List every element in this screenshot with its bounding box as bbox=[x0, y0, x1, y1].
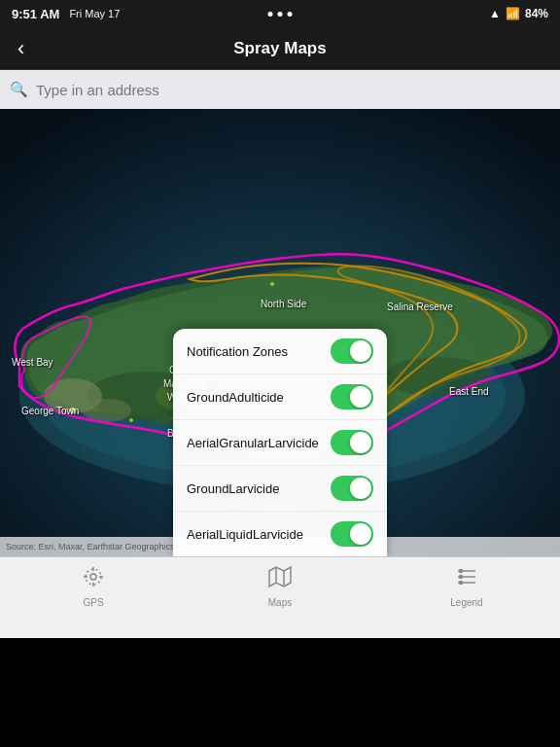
status-icons: ▲ 📶 84% bbox=[489, 7, 548, 20]
tab-legend[interactable]: Legend bbox=[373, 565, 560, 608]
svg-point-26 bbox=[460, 570, 463, 573]
search-bar: 🔍 bbox=[0, 70, 560, 109]
tab-bar: GPS Maps Legend bbox=[0, 556, 560, 638]
back-chevron-icon: ‹ bbox=[18, 36, 24, 60]
toggle-label-notification-zones: Notification Zones bbox=[187, 344, 288, 359]
gps-icon bbox=[82, 565, 105, 594]
overlay-panel: Notification Zones GroundAdulticide Aeri… bbox=[173, 329, 387, 556]
toggle-row-aerial-liquid-larvicide: AerialLiquidLarvicide bbox=[173, 512, 387, 556]
svg-point-12 bbox=[129, 418, 133, 422]
dot-2 bbox=[278, 12, 283, 17]
toggle-ground-larvicide[interactable] bbox=[331, 476, 373, 501]
back-button[interactable]: ‹ bbox=[10, 32, 32, 65]
toggle-aerial-liquid-larvicide[interactable] bbox=[331, 521, 373, 547]
tab-gps[interactable]: GPS bbox=[0, 565, 187, 608]
svg-point-13 bbox=[270, 282, 274, 286]
time-display: 9:51 AM bbox=[12, 7, 59, 21]
svg-point-14 bbox=[90, 574, 96, 580]
search-icon: 🔍 bbox=[10, 81, 28, 98]
status-dots bbox=[268, 12, 293, 17]
tab-maps-label: Maps bbox=[268, 597, 292, 608]
tab-maps[interactable]: Maps bbox=[187, 565, 373, 608]
page-title: Spray Maps bbox=[233, 39, 326, 58]
svg-marker-20 bbox=[269, 567, 291, 587]
toggle-row-notification-zones: Notification Zones bbox=[173, 329, 387, 374]
svg-point-27 bbox=[460, 576, 463, 579]
svg-point-11 bbox=[70, 408, 76, 413]
toggle-label-aerial-liquid-larvicide: AerialLiquidLarvicide bbox=[187, 527, 303, 542]
dot-1 bbox=[268, 12, 273, 17]
toggle-row-aerial-granular-larvicide: AerialGranularLarvicide bbox=[173, 420, 387, 466]
svg-point-15 bbox=[86, 569, 101, 585]
status-time: 9:51 AM Fri May 17 bbox=[12, 7, 120, 21]
maps-icon bbox=[268, 565, 292, 594]
battery-display: 84% bbox=[525, 7, 548, 20]
dot-3 bbox=[288, 12, 293, 17]
tab-gps-label: GPS bbox=[83, 597, 103, 608]
search-input[interactable] bbox=[36, 82, 550, 98]
status-bar: 9:51 AM Fri May 17 ▲ 📶 84% bbox=[0, 0, 560, 27]
date-display: Fri May 17 bbox=[69, 8, 120, 19]
nav-bar: ‹ Spray Maps bbox=[0, 27, 560, 70]
tab-legend-label: Legend bbox=[450, 597, 482, 608]
svg-point-28 bbox=[460, 582, 463, 585]
toggle-aerial-granular-larvicide[interactable] bbox=[331, 430, 373, 455]
wifi-icon: 📶 bbox=[506, 7, 520, 20]
toggle-label-ground-adulticide: GroundAdulticide bbox=[187, 390, 284, 405]
toggle-ground-adulticide[interactable] bbox=[331, 384, 373, 409]
toggle-row-ground-larvicide: GroundLarvicide bbox=[173, 466, 387, 512]
toggle-label-aerial-granular-larvicide: AerialGranularLarvicide bbox=[187, 436, 319, 450]
toggle-row-ground-adulticide: GroundAdulticide bbox=[173, 374, 387, 420]
legend-icon bbox=[455, 565, 478, 594]
location-icon: ▲ bbox=[489, 7, 501, 20]
svg-point-10 bbox=[83, 399, 131, 422]
toggle-label-ground-larvicide: GroundLarvicide bbox=[187, 481, 279, 496]
toggle-notification-zones[interactable] bbox=[331, 338, 373, 364]
map-container[interactable]: West Bay North Side Salina Reserve Masti… bbox=[0, 109, 560, 556]
